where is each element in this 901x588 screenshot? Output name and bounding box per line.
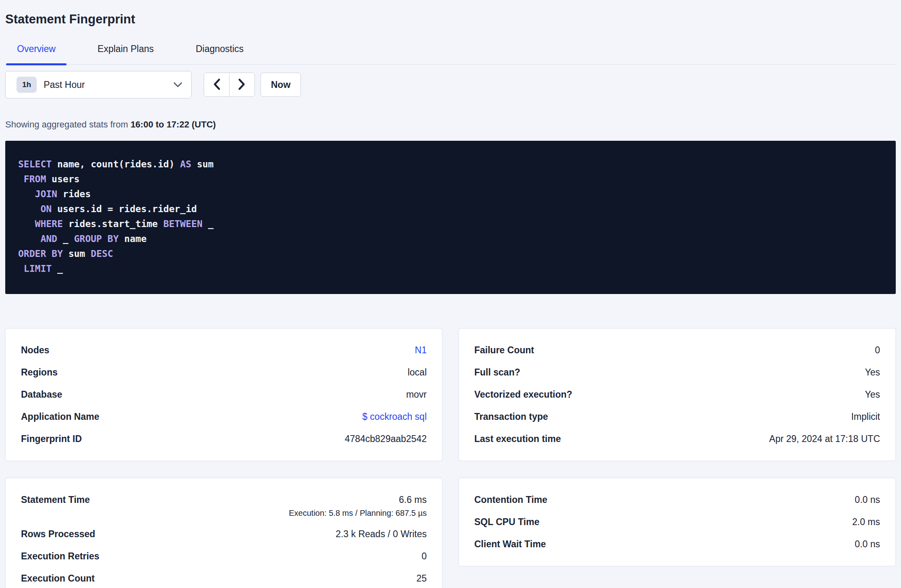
- stat-value-wrap: 0: [875, 345, 880, 356]
- stat-value: local: [408, 367, 427, 377]
- stat-row: Regionslocal: [21, 361, 427, 384]
- sql-code-line: SELECT name, count(rides.id) AS sum: [18, 157, 883, 172]
- page-title: Statement Fingerprint: [5, 11, 896, 27]
- caption-time-range: 16:00 to 17:22 (UTC): [131, 119, 216, 129]
- stat-value-link[interactable]: N1: [415, 345, 427, 355]
- now-button[interactable]: Now: [261, 73, 301, 97]
- stat-label: Execution Count: [21, 573, 95, 584]
- stat-row: NodesN1: [21, 339, 427, 361]
- stat-value: 25: [416, 573, 427, 584]
- chevron-right-icon: [237, 78, 247, 92]
- tab-diagnostics[interactable]: Diagnostics: [185, 38, 254, 64]
- tab-overview[interactable]: Overview: [6, 38, 67, 64]
- stat-row: Vectorized execution?Yes: [474, 384, 880, 406]
- stat-row: SQL CPU Time2.0 ms: [474, 511, 880, 533]
- sql-code-line: AND _ GROUP BY name: [18, 231, 883, 246]
- stat-value: 2.0 ms: [852, 517, 880, 527]
- stat-row: Fingerprint ID4784cb829aab2542: [21, 428, 427, 450]
- stat-label: Application Name: [21, 411, 99, 422]
- stat-value-wrap: movr: [406, 389, 427, 400]
- stat-value-wrap: 0.0 ns: [855, 494, 880, 505]
- stat-row: Transaction typeImplicit: [474, 406, 880, 428]
- stat-row: Execution Retries0: [21, 545, 427, 567]
- stat-value: 2.3 k Reads / 0 Writes: [336, 529, 427, 539]
- sql-code-line: WHERE rides.start_time BETWEEN _: [18, 217, 883, 231]
- time-step-group: [204, 73, 255, 97]
- stat-label: Full scan?: [474, 367, 520, 378]
- stat-row: Contention Time0.0 ns: [474, 489, 880, 511]
- stat-value-wrap: local: [408, 367, 427, 378]
- tab-explain-plans[interactable]: Explain Plans: [87, 38, 165, 64]
- stat-value-wrap: Yes: [865, 389, 880, 400]
- stat-value-wrap: 0.0 ns: [855, 539, 880, 550]
- time-range-badge: 1h: [17, 77, 37, 93]
- aggregated-stats-caption: Showing aggregated stats from 16:00 to 1…: [5, 119, 896, 130]
- card-execution-attributes: Failure Count0Full scan?YesVectorized ex…: [459, 328, 896, 461]
- time-range-label: Past Hour: [44, 79, 85, 90]
- stat-value: 0: [421, 551, 427, 561]
- caption-prefix: Showing aggregated stats from: [5, 119, 131, 129]
- card-statement-times: Statement Time6.6 msExecution: 5.8 ms / …: [5, 478, 442, 588]
- sql-code-line: FROM users: [18, 172, 883, 187]
- stat-value-wrap: Yes: [865, 367, 880, 378]
- stat-value-wrap: 25: [416, 573, 427, 584]
- stat-value: 0.0 ns: [855, 494, 880, 505]
- stat-value: movr: [406, 389, 427, 400]
- stat-value-wrap: $ cockroach sql: [362, 411, 427, 422]
- stat-row: Execution Count25: [21, 567, 427, 588]
- sql-statement-box: SELECT name, count(rides.id) AS sum FROM…: [5, 141, 896, 294]
- stat-value: Yes: [865, 389, 880, 400]
- stat-value-wrap: Implicit: [851, 411, 880, 422]
- card-overview-details: NodesN1RegionslocalDatabasemovrApplicati…: [5, 328, 442, 461]
- time-range-select[interactable]: 1h Past Hour: [5, 71, 192, 98]
- prev-time-button[interactable]: [204, 73, 229, 96]
- stat-label: Fingerprint ID: [21, 434, 82, 444]
- stat-label: Nodes: [21, 345, 49, 356]
- stat-value: Yes: [865, 367, 880, 377]
- stat-label: Vectorized execution?: [474, 389, 572, 400]
- next-time-button[interactable]: [229, 73, 254, 96]
- stat-row: Databasemovr: [21, 384, 427, 406]
- stat-value: Apr 29, 2024 at 17:18 UTC: [769, 434, 880, 444]
- stat-row: Last execution timeApr 29, 2024 at 17:18…: [474, 428, 880, 450]
- stat-label: Contention Time: [474, 494, 547, 505]
- stat-row: Statement Time6.6 msExecution: 5.8 ms / …: [21, 489, 427, 523]
- tab-bar: OverviewExplain PlansDiagnostics: [5, 38, 896, 65]
- time-controls: 1h Past Hour Now: [5, 71, 896, 98]
- stat-value-link[interactable]: $ cockroach sql: [362, 411, 427, 422]
- card-wait-times: Contention Time0.0 nsSQL CPU Time2.0 msC…: [459, 478, 896, 566]
- stats-grid: NodesN1RegionslocalDatabasemovrApplicati…: [5, 328, 896, 588]
- stat-value: 4784cb829aab2542: [345, 434, 427, 444]
- stat-label: Last execution time: [474, 434, 561, 444]
- stat-value-wrap: 4784cb829aab2542: [345, 434, 427, 444]
- stat-row: Full scan?Yes: [474, 361, 880, 384]
- stat-row: Rows Processed2.3 k Reads / 0 Writes: [21, 523, 427, 545]
- stat-value-wrap: 2.3 k Reads / 0 Writes: [336, 529, 427, 540]
- stat-value: 0.0 ns: [855, 539, 880, 549]
- stat-label: Client Wait Time: [474, 539, 546, 550]
- stat-label: Execution Retries: [21, 551, 99, 562]
- stat-value-wrap: Apr 29, 2024 at 17:18 UTC: [769, 434, 880, 444]
- chevron-left-icon: [212, 78, 221, 92]
- chevron-down-icon: [173, 82, 182, 88]
- stat-value-wrap: 6.6 msExecution: 5.8 ms / Planning: 687.…: [289, 494, 427, 518]
- statement-fingerprint-page: Statement Fingerprint OverviewExplain Pl…: [0, 11, 901, 588]
- sql-code-line: ORDER BY sum DESC: [18, 246, 883, 261]
- stat-label: Transaction type: [474, 411, 548, 422]
- sql-code-line: LIMIT _: [18, 261, 883, 276]
- stat-value: 0: [875, 345, 880, 355]
- stat-label: Regions: [21, 367, 58, 378]
- stat-row: Client Wait Time0.0 ns: [474, 533, 880, 555]
- stat-label: Statement Time: [21, 494, 90, 505]
- stat-row: Failure Count0: [474, 339, 880, 361]
- sql-code-line: JOIN rides: [18, 187, 883, 202]
- stat-value-wrap: 0: [421, 551, 427, 562]
- stat-label: Database: [21, 389, 62, 400]
- stat-row: Application Name$ cockroach sql: [21, 406, 427, 428]
- stat-label: SQL CPU Time: [474, 517, 539, 528]
- stat-label: Failure Count: [474, 345, 534, 356]
- sql-code-line: ON users.id = rides.rider_id: [18, 202, 883, 217]
- stat-value: 6.6 ms: [399, 494, 427, 505]
- stat-value-wrap: 2.0 ms: [852, 517, 880, 528]
- stat-value-wrap: N1: [415, 345, 427, 356]
